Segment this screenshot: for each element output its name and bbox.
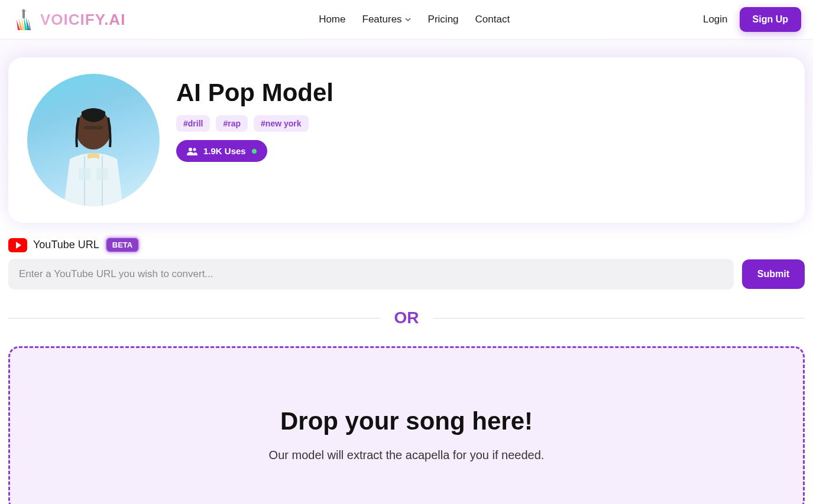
file-dropzone[interactable]: Drop your song here! Our model will extr… — [8, 346, 805, 504]
auth-nav: Login Sign Up — [703, 7, 801, 32]
youtube-icon — [8, 238, 27, 252]
tag-rap[interactable]: #rap — [216, 115, 248, 132]
dropzone-title: Drop your song here! — [34, 407, 779, 435]
submit-button[interactable]: Submit — [742, 259, 805, 289]
svg-rect-1 — [84, 126, 103, 129]
tag-newyork[interactable]: #new york — [254, 115, 308, 132]
brand-text: VOICIFY.AI — [40, 11, 125, 29]
divider-line-right — [433, 318, 805, 318]
uses-count-pill: 1.9K Uses — [176, 140, 267, 162]
uses-count-label: 1.9K Uses — [203, 146, 246, 156]
site-header: VOICIFY.AI Home Features Pricing Contact… — [0, 0, 813, 40]
tag-drill[interactable]: #drill — [176, 115, 210, 132]
nav-features-label: Features — [362, 14, 402, 25]
svg-rect-2 — [79, 168, 90, 180]
logo[interactable]: VOICIFY.AI — [12, 8, 125, 31]
or-divider: OR — [8, 308, 805, 327]
play-icon — [16, 242, 21, 249]
youtube-label-row: YouTube URL BETA — [8, 237, 805, 253]
divider-text: OR — [380, 308, 433, 327]
svg-rect-3 — [96, 168, 108, 180]
youtube-url-row: Submit — [8, 259, 805, 290]
nav-contact[interactable]: Contact — [475, 14, 510, 25]
logo-icon — [12, 8, 35, 31]
svg-point-5 — [193, 148, 196, 151]
nav-home[interactable]: Home — [319, 14, 345, 25]
model-card: AI Pop Model #drill #rap #new york 1.9K … — [8, 57, 805, 223]
main-content: AI Pop Model #drill #rap #new york 1.9K … — [0, 40, 813, 504]
svg-point-4 — [189, 148, 192, 151]
avatar-figure — [52, 100, 135, 206]
nav-pricing[interactable]: Pricing — [428, 14, 459, 25]
chevron-down-icon — [404, 16, 412, 23]
model-info: AI Pop Model #drill #rap #new york 1.9K … — [176, 74, 333, 162]
people-icon — [187, 147, 197, 155]
main-nav: Home Features Pricing Contact — [319, 14, 510, 25]
model-avatar — [27, 74, 160, 206]
dropzone-subtitle: Our model will extract the acapella for … — [34, 448, 779, 462]
status-dot-icon — [252, 149, 257, 154]
signup-button[interactable]: Sign Up — [740, 7, 801, 32]
nav-features[interactable]: Features — [362, 14, 412, 25]
model-title: AI Pop Model — [176, 79, 333, 107]
youtube-url-label: YouTube URL — [33, 239, 99, 251]
beta-badge: BETA — [105, 237, 140, 253]
login-link[interactable]: Login — [703, 14, 728, 25]
model-tags: #drill #rap #new york — [176, 115, 333, 132]
youtube-url-input[interactable] — [8, 259, 734, 290]
divider-line-left — [8, 318, 380, 318]
